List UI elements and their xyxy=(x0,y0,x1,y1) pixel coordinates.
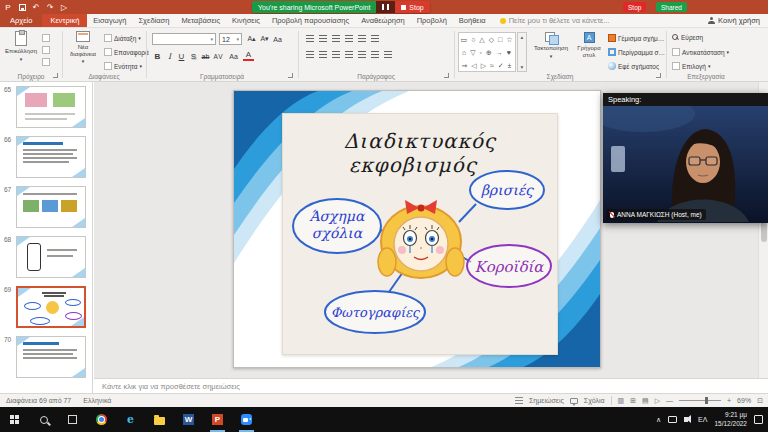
layout-button[interactable]: Διάταξη▾ xyxy=(104,34,141,42)
character-spacing-button[interactable]: AV xyxy=(213,50,224,62)
tab-home[interactable]: Κεντρική xyxy=(42,14,87,27)
slide-thumbnail-67[interactable]: 67 xyxy=(0,184,93,234)
paste-button[interactable]: Επικόλληση ▾ xyxy=(4,31,38,62)
shape-effects-button[interactable]: Εφέ σχήματος xyxy=(608,62,659,70)
slide-thumbnail-69-selected[interactable]: 69 xyxy=(0,284,93,334)
tab-design[interactable]: Σχεδίαση xyxy=(132,14,175,27)
zoom-slider[interactable] xyxy=(679,400,721,401)
decrease-indent-button[interactable] xyxy=(330,33,341,44)
start-slideshow-icon[interactable]: ▷ xyxy=(59,2,69,12)
tell-me-box[interactable]: Πείτε μου τι θέλετε να κάνετε... xyxy=(492,14,610,27)
scroll-up-icon[interactable]: ▴ xyxy=(521,34,524,40)
reading-view-button[interactable]: ▤ xyxy=(642,397,649,405)
font-size-combo[interactable]: 12▾ xyxy=(219,33,242,45)
slide-thumbnail-66[interactable]: 66 xyxy=(0,134,93,184)
zoom-speaker-header[interactable]: Speaking: xyxy=(603,93,768,106)
slide-canvas[interactable]: Διαδικτυακός εκφοβισμός Άσχημα σχόλια xyxy=(233,90,601,368)
bullets-button[interactable] xyxy=(304,33,315,44)
tab-transitions[interactable]: Μεταβάσεις xyxy=(175,14,226,27)
slideshow-view-button[interactable]: ▷ xyxy=(655,397,660,405)
language-indicator[interactable]: Ελληνικά xyxy=(83,397,111,404)
zoom-speaker-window[interactable]: Speaking: xyxy=(603,93,768,223)
italic-button[interactable]: I xyxy=(164,50,175,62)
zoom-slider-thumb[interactable] xyxy=(705,397,708,404)
taskbar-edge[interactable]: e xyxy=(116,407,145,432)
tab-insert[interactable]: Εισαγωγή xyxy=(87,14,132,27)
new-slide-button[interactable]: Νέα διαφάνεια ▾ xyxy=(66,31,100,65)
zoom-out-button[interactable]: — xyxy=(666,397,673,404)
notes-toggle-icon[interactable] xyxy=(515,397,523,404)
shrink-font-button[interactable]: A▾ xyxy=(259,33,270,45)
shapes-gallery-scrollbar[interactable]: ▴ ▾ xyxy=(517,32,527,72)
taskbar-search-button[interactable] xyxy=(29,407,58,432)
network-icon[interactable] xyxy=(668,416,677,423)
stop-share-button[interactable]: Stop xyxy=(395,1,429,13)
tab-view[interactable]: Προβολή xyxy=(411,14,453,27)
tray-expand-icon[interactable]: ∧ xyxy=(656,416,661,424)
find-button[interactable]: Εύρεση xyxy=(672,34,703,41)
taskbar-word[interactable]: W xyxy=(174,407,203,432)
smartart-button[interactable] xyxy=(382,49,393,60)
reset-button[interactable]: Επαναφορά xyxy=(104,48,149,56)
comments-label[interactable]: Σχόλια xyxy=(584,397,605,404)
zoom-stop-button[interactable]: Stop xyxy=(623,2,646,12)
format-painter-icon[interactable] xyxy=(42,58,50,66)
underline-button[interactable]: U xyxy=(176,50,187,62)
tab-review[interactable]: Αναθεώρηση xyxy=(355,14,411,27)
align-right-button[interactable] xyxy=(330,49,341,60)
shape-fill-button[interactable]: Γέμισμα σχήματος xyxy=(608,34,666,42)
scroll-down-icon[interactable]: ▾ xyxy=(521,64,524,70)
increase-indent-button[interactable] xyxy=(343,33,354,44)
font-color-button[interactable]: A xyxy=(243,50,254,61)
undo-icon[interactable]: ↶ xyxy=(31,2,41,12)
drawing-photo[interactable]: Διαδικτυακός εκφοβισμός Άσχημα σχόλια xyxy=(282,113,558,355)
normal-view-button[interactable]: ▥ xyxy=(618,397,625,405)
tab-animations[interactable]: Κινήσεις xyxy=(226,14,266,27)
save-icon[interactable] xyxy=(17,2,27,12)
change-case-button[interactable]: Aa xyxy=(228,50,239,62)
redo-icon[interactable]: ↷ xyxy=(45,2,55,12)
text-direction-button[interactable] xyxy=(369,33,380,44)
justify-button[interactable] xyxy=(343,49,354,60)
zoom-level[interactable]: 69% xyxy=(737,397,751,404)
volume-icon[interactable] xyxy=(684,417,688,422)
taskbar-zoom[interactable] xyxy=(232,407,261,432)
pause-share-button[interactable] xyxy=(376,1,395,13)
align-left-button[interactable] xyxy=(304,49,315,60)
action-center-icon[interactable] xyxy=(754,415,763,424)
tray-language[interactable]: ΕΛ xyxy=(698,416,707,423)
zoom-speaker-video[interactable]: ΑΝΝΑ ΜΑΓΚΙΩΣΗ (Host, me) xyxy=(603,106,768,223)
start-button[interactable] xyxy=(0,407,29,432)
clear-formatting-button[interactable]: Aa xyxy=(272,33,283,45)
select-button[interactable]: Επιλογή▾ xyxy=(672,62,710,70)
tab-slideshow[interactable]: Προβολή παρουσίασης xyxy=(266,14,355,27)
notes-toggle-label[interactable]: Σημειώσεις xyxy=(529,397,564,404)
shape-outline-button[interactable]: Περίγραμμα σχήματος xyxy=(608,48,666,56)
grow-font-button[interactable]: A▴ xyxy=(246,33,257,45)
tab-help[interactable]: Βοήθεια xyxy=(453,14,492,27)
columns-button[interactable] xyxy=(356,49,367,60)
bold-button[interactable]: B xyxy=(152,50,163,62)
line-spacing-button[interactable] xyxy=(356,33,367,44)
taskbar-file-explorer[interactable] xyxy=(145,407,174,432)
align-text-button[interactable] xyxy=(369,49,380,60)
copy-icon[interactable] xyxy=(42,46,50,54)
font-name-combo[interactable]: ▾ xyxy=(152,33,216,45)
arrange-button[interactable]: Τακτοποίηση ▾ xyxy=(531,32,571,59)
numbering-button[interactable] xyxy=(317,33,328,44)
strikethrough-button[interactable]: ab xyxy=(200,50,211,62)
zoom-in-button[interactable]: + xyxy=(727,397,731,404)
fit-slide-button[interactable]: ⊡ xyxy=(757,397,763,405)
cut-icon[interactable] xyxy=(42,34,50,42)
tray-clock[interactable]: 9:21 μμ 15/12/2022 xyxy=(714,411,747,427)
quick-styles-button[interactable]: A Γρήγορα στυλ xyxy=(572,32,606,58)
task-view-button[interactable] xyxy=(58,407,87,432)
text-shadow-button[interactable]: S xyxy=(188,50,199,62)
slide-thumbnail-65[interactable]: 65 xyxy=(0,84,93,134)
section-button[interactable]: Ενότητα▾ xyxy=(104,62,142,70)
taskbar-powerpoint[interactable]: P xyxy=(203,407,232,432)
align-center-button[interactable] xyxy=(317,49,328,60)
slide-sorter-view-button[interactable]: ⊞ xyxy=(630,397,636,405)
replace-button[interactable]: Αντικατάσταση▾ xyxy=(672,48,729,56)
tab-file[interactable]: Αρχείο xyxy=(0,14,42,27)
